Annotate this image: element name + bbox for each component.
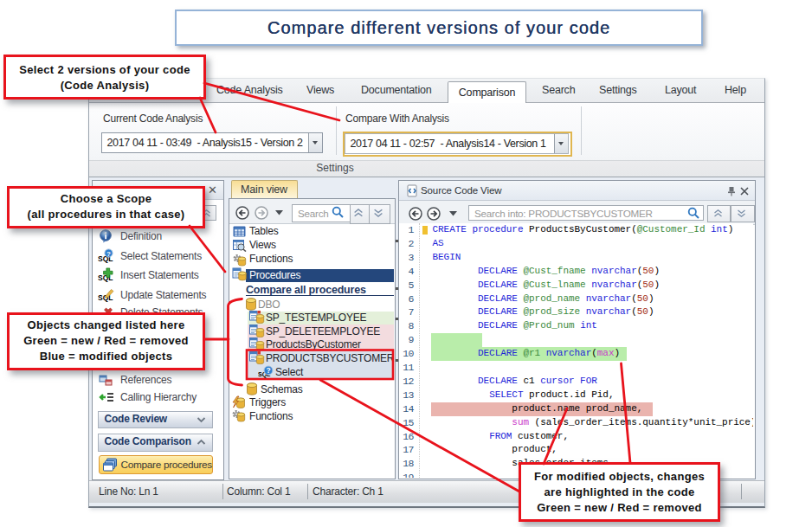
svg-text:SQL: SQL xyxy=(98,273,113,282)
svg-text:?: ? xyxy=(106,250,111,258)
svg-text:?: ? xyxy=(267,366,271,375)
